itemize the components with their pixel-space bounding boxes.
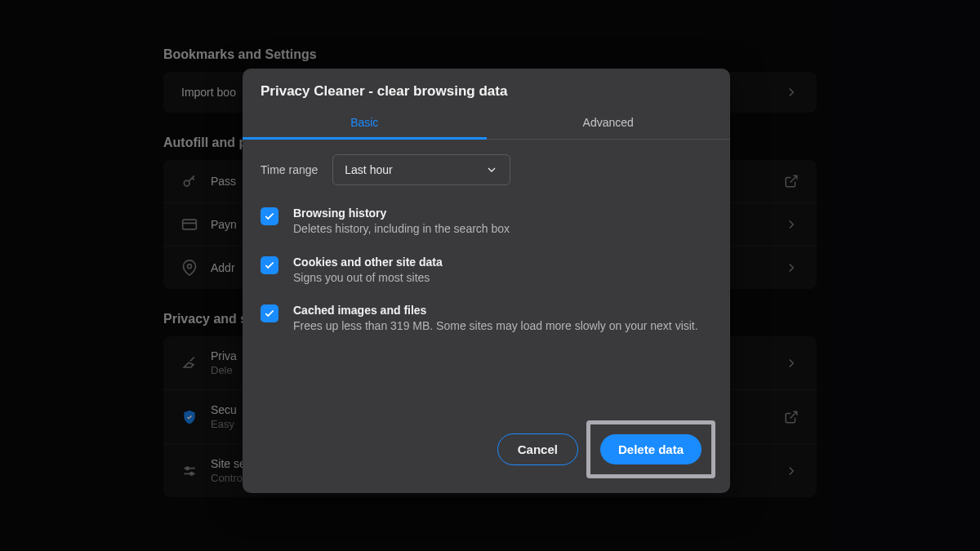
option-history-desc: Deletes history, including in the search… bbox=[293, 221, 712, 238]
checkbox-cookies[interactable] bbox=[261, 256, 278, 274]
dialog-footer: Cancel Delete data bbox=[243, 409, 730, 493]
checkbox-cache[interactable] bbox=[261, 304, 278, 322]
option-cache-desc: Frees up less than 319 MB. Some sites ma… bbox=[293, 318, 712, 335]
dialog-title: Privacy Cleaner - clear browsing data bbox=[261, 83, 712, 100]
chevron-down-icon bbox=[485, 163, 498, 176]
option-history-title: Browsing history bbox=[293, 207, 712, 220]
dialog-body: Time range Last hour Browsing history De… bbox=[243, 140, 730, 409]
checkbox-browsing-history[interactable] bbox=[261, 207, 278, 225]
dialog-tabs: Basic Advanced bbox=[243, 108, 730, 140]
option-cookies: Cookies and other site data Signs you ou… bbox=[261, 256, 712, 287]
delete-data-button[interactable]: Delete data bbox=[600, 434, 702, 464]
tab-advanced[interactable]: Advanced bbox=[487, 108, 731, 139]
check-icon bbox=[264, 260, 275, 271]
option-cookies-desc: Signs you out of most sites bbox=[293, 270, 712, 287]
time-range-select[interactable]: Last hour bbox=[332, 154, 510, 185]
delete-button-highlight: Delete data bbox=[586, 420, 715, 478]
option-cookies-title: Cookies and other site data bbox=[293, 256, 712, 269]
time-range-value: Last hour bbox=[345, 163, 392, 176]
check-icon bbox=[264, 308, 275, 319]
dialog-header: Privacy Cleaner - clear browsing data bbox=[243, 69, 730, 108]
clear-browsing-data-dialog: Privacy Cleaner - clear browsing data Ba… bbox=[243, 69, 730, 493]
time-range-row: Time range Last hour bbox=[261, 154, 712, 185]
check-icon bbox=[264, 211, 275, 222]
option-browsing-history: Browsing history Deletes history, includ… bbox=[261, 207, 712, 238]
time-range-label: Time range bbox=[261, 163, 318, 176]
cancel-button[interactable]: Cancel bbox=[497, 433, 578, 465]
option-cache-title: Cached images and files bbox=[293, 304, 712, 317]
option-cache: Cached images and files Frees up less th… bbox=[261, 304, 712, 335]
tab-basic[interactable]: Basic bbox=[243, 108, 487, 139]
